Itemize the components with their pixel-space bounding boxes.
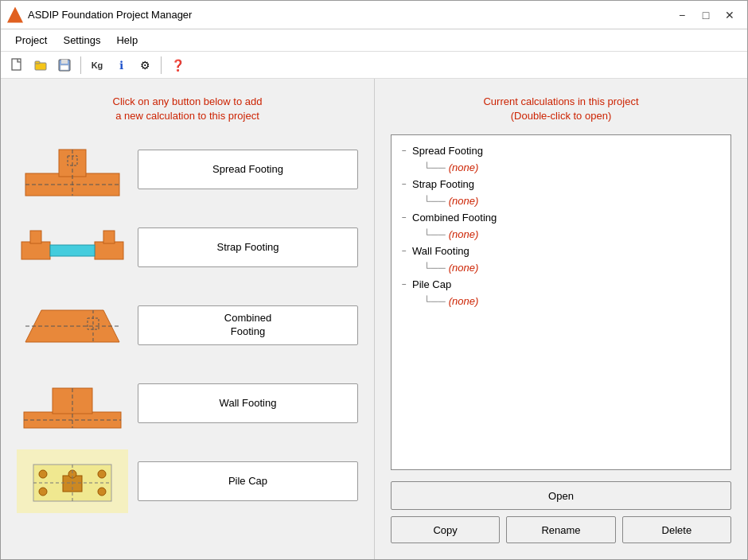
toolbar-sep-2 (161, 56, 162, 74)
rename-button[interactable]: Rename (506, 516, 615, 543)
tree-none-combined: (none) (449, 228, 479, 240)
svg-rect-2 (35, 61, 40, 64)
pile-cap-button[interactable]: Pile Cap (138, 461, 358, 501)
menu-settings[interactable]: Settings (55, 33, 108, 48)
tree-none-spread: (none) (449, 161, 479, 173)
main-window: ASDIP Foundation Project Manager − □ ✕ P… (0, 0, 748, 560)
svg-point-31 (98, 488, 106, 496)
tree-expand-wall[interactable]: − (398, 244, 411, 257)
info-button[interactable]: ℹ (110, 54, 132, 76)
strap-footing-icon (17, 216, 128, 279)
app-icon (7, 7, 23, 23)
wall-footing-icon (17, 371, 128, 435)
kg-button[interactable]: Kg (86, 54, 108, 76)
tree-item-wall-footing: − Wall Footing (398, 242, 724, 259)
main-area: Click on any button below to add a new c… (1, 79, 747, 559)
settings-button[interactable]: ⚙ (134, 54, 156, 76)
svg-rect-4 (61, 60, 68, 64)
tree-label-pile: Pile Cap (412, 278, 451, 290)
tree-none-strap: (none) (449, 195, 479, 207)
new-button[interactable] (6, 54, 28, 76)
left-panel-title: Click on any button below to add a new c… (17, 95, 358, 123)
svg-rect-5 (60, 65, 68, 70)
spread-footing-button[interactable]: Spread Footing (138, 150, 358, 189)
spread-footing-row: Spread Footing (17, 138, 358, 201)
svg-point-30 (39, 488, 47, 496)
menu-help[interactable]: Help (108, 33, 146, 48)
svg-rect-11 (21, 242, 50, 259)
tree-child-strap: └── (none) (398, 192, 724, 208)
tree-child-spread: └── (none) (398, 159, 724, 175)
menu-project[interactable]: Project (7, 33, 55, 48)
tree-item-spread-footing: − Spread Footing (398, 142, 724, 159)
toolbar-sep-1 (80, 56, 81, 74)
tree-label-wall: Wall Footing (412, 245, 469, 257)
delete-button[interactable]: Delete (622, 516, 731, 543)
minimize-button[interactable]: − (671, 4, 693, 26)
tree-item-strap-footing: − Strap Footing (398, 175, 724, 192)
tree-child-pile: └── (none) (398, 293, 724, 309)
open-button[interactable] (29, 54, 52, 76)
toolbar: Kg ℹ ⚙ ❓ (1, 52, 747, 79)
action-button-row: Copy Rename Delete (391, 516, 731, 543)
svg-rect-13 (50, 245, 95, 256)
menu-bar: Project Settings Help (1, 29, 747, 52)
close-button[interactable]: ✕ (719, 4, 741, 26)
tree-label-spread: Spread Footing (412, 145, 483, 157)
wall-footing-button[interactable]: Wall Footing (138, 383, 358, 423)
tree-expand-strap[interactable]: − (398, 177, 411, 190)
open-button[interactable]: Open (391, 481, 731, 510)
window-controls: − □ ✕ (671, 4, 741, 26)
svg-point-29 (98, 470, 106, 478)
title-bar: ASDIP Foundation Project Manager − □ ✕ (1, 1, 747, 29)
window-title: ASDIP Foundation Project Manager (28, 9, 666, 21)
tree-expand-spread[interactable]: − (398, 144, 411, 157)
svg-rect-14 (30, 231, 41, 243)
tree-label-combined: Combined Footing (412, 212, 497, 224)
wall-footing-row: Wall Footing (17, 371, 358, 435)
svg-point-27 (39, 470, 47, 478)
left-panel: Click on any button below to add a new c… (1, 79, 375, 559)
button-area: Open Copy Rename Delete (391, 481, 731, 543)
strap-footing-button[interactable]: Strap Footing (138, 228, 358, 267)
right-panel: Current calculations in this project (Do… (375, 79, 747, 559)
save-button[interactable] (53, 54, 76, 76)
tree-box: − Spread Footing └── (none) − Strap Foot… (391, 134, 731, 470)
tree-item-pile-cap: − Pile Cap (398, 275, 724, 293)
tree-item-combined-footing: − Combined Footing (398, 208, 724, 226)
strap-footing-row: Strap Footing (17, 216, 358, 279)
tree-none-wall: (none) (449, 262, 479, 274)
copy-button[interactable]: Copy (391, 516, 500, 543)
right-panel-title: Current calculations in this project (Do… (391, 95, 731, 123)
pile-cap-row: Pile Cap (17, 449, 358, 513)
svg-rect-12 (95, 242, 123, 259)
spread-footing-icon (17, 138, 128, 201)
tree-expand-combined[interactable]: − (398, 211, 411, 224)
tree-child-combined: └── (none) (398, 226, 724, 242)
tree-label-strap: Strap Footing (412, 178, 474, 190)
tree-child-wall: └── (none) (398, 259, 724, 275)
tree-none-pile: (none) (449, 295, 479, 307)
help-button[interactable]: ❓ (166, 54, 189, 76)
maximize-button[interactable]: □ (695, 4, 717, 26)
tree-expand-pile[interactable]: − (398, 278, 411, 290)
combined-footing-button[interactable]: CombinedFooting (138, 305, 358, 345)
pile-cap-icon (17, 449, 128, 513)
svg-rect-0 (12, 59, 21, 70)
svg-rect-15 (103, 231, 115, 243)
combined-footing-row: CombinedFooting (17, 294, 358, 357)
combined-footing-icon (17, 294, 128, 357)
